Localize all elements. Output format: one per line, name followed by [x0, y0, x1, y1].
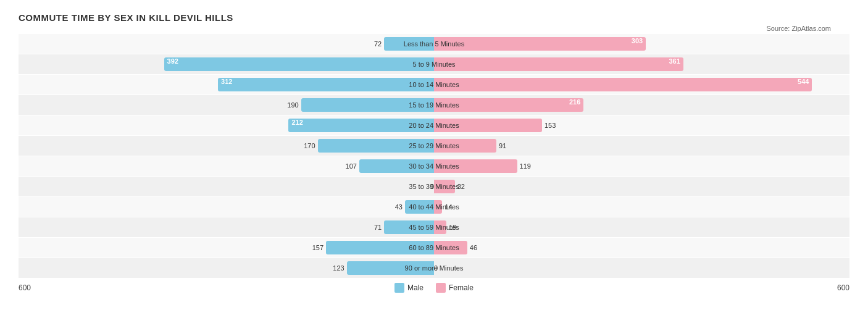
female-value: 303	[632, 37, 643, 44]
female-value: 153	[542, 122, 556, 129]
female-value: 32	[455, 183, 465, 190]
blue-bar: 212	[288, 119, 434, 132]
bar-row: 15760 to 89 Minutes46	[19, 238, 849, 258]
pink-bar	[434, 119, 542, 132]
legend-male-box	[394, 283, 404, 293]
bar-row: 12390 or more Minutes0	[19, 258, 849, 278]
female-value: 0	[434, 264, 438, 272]
chart-area: 72Less than 5 Minutes3033925 to 9 Minute…	[19, 34, 849, 278]
blue-bar	[384, 220, 434, 234]
blue-bar	[405, 200, 434, 214]
pink-bar	[434, 180, 455, 193]
axis-right-label: 600	[837, 283, 849, 292]
bar-row: 31210 to 14 Minutes544	[19, 75, 849, 94]
bar-row: 21220 to 24 Minutes153	[19, 115, 849, 135]
blue-bar	[301, 98, 434, 112]
blue-bar: 392	[164, 57, 434, 71]
pink-bar: 303	[434, 37, 646, 51]
female-value: 91	[496, 142, 506, 149]
legend: Male Female	[394, 283, 474, 293]
axis-left-label: 600	[19, 283, 31, 292]
blue-bar	[326, 241, 434, 254]
bar-row: 10730 to 34 Minutes119	[19, 156, 849, 176]
blue-bar: 312	[218, 78, 434, 91]
male-value: 392	[167, 57, 178, 65]
female-value: 544	[798, 78, 809, 85]
bar-row: 17025 to 29 Minutes91	[19, 136, 849, 156]
pink-bar	[434, 220, 446, 234]
male-value: 170	[304, 142, 317, 149]
female-value: 119	[517, 162, 531, 170]
bar-row: 19015 to 19 Minutes216	[19, 95, 849, 115]
male-value: 312	[221, 78, 232, 85]
pink-bar: 361	[434, 57, 683, 71]
female-value: 216	[569, 98, 580, 106]
pink-bar	[434, 159, 517, 173]
pink-bar: 216	[434, 98, 583, 112]
male-value: 123	[333, 264, 346, 272]
male-value: 72	[374, 40, 384, 48]
female-value: 46	[467, 244, 477, 251]
blue-bar	[347, 261, 434, 275]
female-value: 14	[442, 203, 452, 211]
bar-row: 72Less than 5 Minutes303	[19, 34, 849, 54]
bar-row: 7145 to 59 Minutes19	[19, 217, 849, 237]
pink-bar	[434, 241, 467, 254]
female-value: 361	[669, 57, 680, 65]
bar-row: 4340 to 44 Minutes14	[19, 197, 849, 217]
male-value: 157	[312, 244, 326, 251]
bar-row: 035 to 39 Minutes32	[19, 177, 849, 196]
blue-bar	[384, 37, 434, 51]
male-value: 0	[430, 183, 434, 190]
male-value: 71	[374, 224, 384, 231]
male-value: 107	[346, 162, 359, 170]
blue-bar	[318, 139, 434, 153]
legend-female-box	[436, 283, 446, 293]
male-value: 212	[291, 119, 303, 126]
source-label: Source: ZipAtlas.com	[766, 25, 831, 32]
pink-bar	[434, 200, 442, 214]
chart-title: COMMUTE TIME BY SEX IN KILL DEVIL HILLS	[19, 12, 849, 23]
blue-bar	[359, 159, 434, 173]
female-value: 19	[446, 224, 456, 231]
bar-row: 3925 to 9 Minutes361	[19, 54, 849, 74]
legend-male: Male	[394, 283, 424, 293]
male-value: 190	[287, 101, 301, 109]
chart-footer: 600 Male Female 600	[19, 283, 849, 293]
pink-bar: 544	[434, 78, 812, 91]
legend-female: Female	[436, 283, 474, 293]
pink-bar	[434, 139, 496, 153]
legend-female-label: Female	[449, 283, 474, 292]
male-value: 43	[395, 203, 405, 211]
legend-male-label: Male	[407, 283, 424, 292]
